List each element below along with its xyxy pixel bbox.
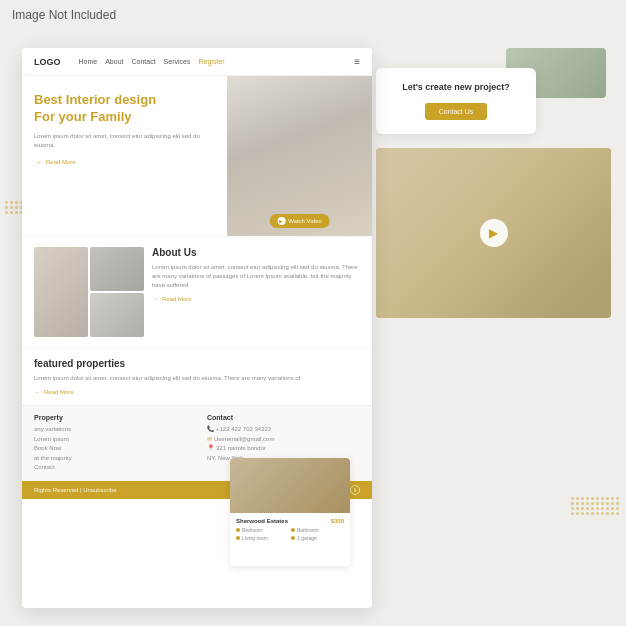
dot-icon <box>291 528 295 532</box>
footer-property-item-3[interactable]: Book Now <box>34 444 187 454</box>
new-project-card: Let's create new project? Contact Us <box>376 68 536 134</box>
about-title: About Us <box>152 247 360 258</box>
featured-read-more[interactable]: → Read More <box>34 389 360 395</box>
nav-hamburger-icon[interactable]: ≡ <box>354 56 360 67</box>
dots-decoration-left <box>4 200 22 280</box>
nav-home[interactable]: Home <box>79 58 98 65</box>
about-text: About Us Lorem ipsum dolor sit amet, con… <box>152 247 360 337</box>
property-card: Sherwood Estates $300 Bedroom Bathroom L… <box>230 458 350 566</box>
footer-copyright: Rights Reserved | Unsubscribe <box>34 487 117 493</box>
footer-property-item-1: any variations <box>34 425 187 435</box>
about-section: About Us Lorem ipsum dolor sit amet, con… <box>22 236 372 347</box>
dot-icon <box>236 536 240 540</box>
featured-title: featured properties <box>34 358 360 369</box>
property-living-room: Living room <box>236 535 289 541</box>
arrow-right-icon: → <box>34 158 42 167</box>
nav-about[interactable]: About <box>105 58 123 65</box>
contact-us-button[interactable]: Contact Us <box>425 103 488 120</box>
about-images <box>34 247 144 337</box>
featured-section: featured properties Lorem ipsum dolor si… <box>22 347 372 405</box>
about-image-2 <box>90 247 144 291</box>
property-price: $300 <box>331 518 344 524</box>
property-name-row: Sherwood Estates $300 <box>236 518 344 524</box>
about-image-1 <box>34 247 88 337</box>
footer-col-property: Property any variations Lorem ipsum Book… <box>34 414 187 473</box>
hero-read-more[interactable]: → Read More <box>34 158 215 167</box>
footer-phone: 📞+123 422 702 34222 <box>207 425 360 435</box>
about-read-more[interactable]: → Read More <box>152 296 360 302</box>
hero-image: ▶ Watch Video <box>227 76 372 236</box>
hero-description: Lorem ipsum dolor sit amet, consect etur… <box>34 132 215 150</box>
dot-icon <box>236 528 240 532</box>
right-panel: Let's create new project? Contact Us ▶ <box>366 48 626 608</box>
footer-property-item-5[interactable]: Contact <box>34 463 187 473</box>
arrow-right-icon: → <box>152 296 158 302</box>
property-garage: 1 garage <box>291 535 344 541</box>
play-icon: ▶ <box>277 217 285 225</box>
nav-register[interactable]: Register <box>198 58 224 65</box>
about-description: Lorem ipsum dolor sit amet, consect etur… <box>152 263 360 290</box>
featured-description: Lorem ipsum dolor sit amet, consect etur… <box>34 374 360 383</box>
property-info: Sherwood Estates $300 Bedroom Bathroom L… <box>230 513 350 546</box>
watch-video-button[interactable]: ▶ Watch Video <box>269 214 330 228</box>
hero-image-placeholder <box>227 76 372 236</box>
property-name: Sherwood Estates <box>236 518 288 524</box>
navbar: LOGO Home About Contact Services Registe… <box>22 48 372 76</box>
nav-links: Home About Contact Services Register <box>79 58 347 65</box>
footer-address-1: 📍321 nairobi bondor <box>207 444 360 454</box>
footer-contact-title: Contact <box>207 414 360 421</box>
interior-image: ▶ <box>376 148 611 318</box>
footer-email: ✉Useremail@gmail.com <box>207 435 360 445</box>
hero-title: Best Interior design For your Family <box>34 92 215 126</box>
footer-property-item-4: at the majority <box>34 454 187 464</box>
nav-services[interactable]: Services <box>164 58 191 65</box>
property-bathroom: Bathroom <box>291 527 344 533</box>
property-bedroom: Bedroom <box>236 527 289 533</box>
property-details: Bedroom Bathroom Living room 1 garage <box>236 527 344 541</box>
footer-property-title: Property <box>34 414 187 421</box>
dot-icon <box>291 536 295 540</box>
nav-logo: LOGO <box>34 57 61 67</box>
top-label: Image Not Included <box>12 8 116 22</box>
nav-contact[interactable]: Contact <box>131 58 155 65</box>
footer-property-item-2: Lorem ipsum <box>34 435 187 445</box>
linkedin-icon[interactable]: li <box>350 485 360 495</box>
about-image-3 <box>90 293 144 337</box>
hero-text: Best Interior design For your Family Lor… <box>22 76 227 236</box>
hero-section: Best Interior design For your Family Lor… <box>22 76 372 236</box>
new-project-title: Let's create new project? <box>394 82 518 92</box>
property-image <box>230 458 350 513</box>
arrow-right-icon: → <box>34 389 40 395</box>
play-button-large[interactable]: ▶ <box>480 219 508 247</box>
